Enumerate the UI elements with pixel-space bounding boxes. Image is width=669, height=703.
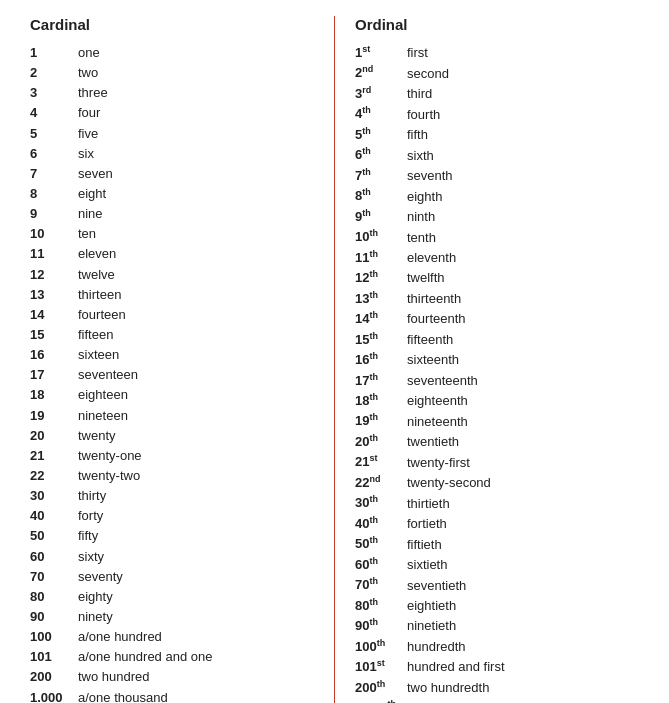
cardinal-number: 22 — [30, 466, 78, 486]
ordinal-suffix: th — [369, 617, 378, 627]
cardinal-word: twenty-two — [78, 466, 140, 486]
table-row: 16thsixteenth — [355, 350, 639, 370]
cardinal-number: 18 — [30, 385, 78, 405]
ordinal-number: 17th — [355, 371, 407, 391]
table-row: 21sttwenty-first — [355, 452, 639, 472]
cardinal-word: thirteen — [78, 285, 121, 305]
table-row: 1stfirst — [355, 43, 639, 63]
ordinal-number: 1.000th — [355, 698, 407, 703]
table-row: 15thfifteenth — [355, 330, 639, 350]
cardinal-number: 90 — [30, 607, 78, 627]
ordinal-word: eleventh — [407, 248, 456, 268]
ordinal-suffix: th — [369, 392, 378, 402]
table-row: 30ththirtieth — [355, 493, 639, 513]
ordinal-suffix: th — [362, 146, 371, 156]
ordinal-suffix: th — [362, 167, 371, 177]
ordinal-suffix: nd — [362, 64, 373, 74]
cardinal-word: two — [78, 63, 98, 83]
table-row: 8theighth — [355, 186, 639, 206]
ordinal-word: twelfth — [407, 268, 445, 288]
ordinal-number: 22nd — [355, 473, 407, 493]
cardinal-word: forty — [78, 506, 103, 526]
ordinal-number: 101st — [355, 657, 407, 677]
table-row: 12twelve — [30, 265, 314, 285]
cardinal-word: seventeen — [78, 365, 138, 385]
cardinal-word: nineteen — [78, 406, 128, 426]
ordinal-suffix: th — [362, 105, 371, 115]
table-row: 2ndsecond — [355, 63, 639, 83]
ordinal-suffix: th — [369, 351, 378, 361]
table-row: 9nine — [30, 204, 314, 224]
table-row: 13thirteen — [30, 285, 314, 305]
ordinal-list: 1stfirst2ndsecond3rdthird4thfourth5thfif… — [355, 43, 639, 703]
table-row: 15fifteen — [30, 325, 314, 345]
cardinal-word: three — [78, 83, 108, 103]
ordinal-number: 100th — [355, 637, 407, 657]
table-row: 40thfortieth — [355, 514, 639, 534]
table-row: 100thhundredth — [355, 637, 639, 657]
cardinal-word: fourteen — [78, 305, 126, 325]
cardinal-column: Cardinal 1one2two3three4four5five6six7se… — [20, 16, 335, 703]
ordinal-number: 90th — [355, 616, 407, 636]
ordinal-suffix: th — [369, 535, 378, 545]
cardinal-number: 8 — [30, 184, 78, 204]
ordinal-word: first — [407, 43, 428, 63]
table-row: 13ththirteenth — [355, 289, 639, 309]
table-row: 6six — [30, 144, 314, 164]
cardinal-word: sixteen — [78, 345, 119, 365]
table-row: 80theightieth — [355, 596, 639, 616]
cardinal-word: seventy — [78, 567, 123, 587]
cardinal-list: 1one2two3three4four5five6six7seven8eight… — [30, 43, 314, 703]
cardinal-word: a/one thousand — [78, 688, 168, 704]
ordinal-word: seventieth — [407, 576, 466, 596]
ordinal-number: 20th — [355, 432, 407, 452]
cardinal-number: 17 — [30, 365, 78, 385]
table-row: 9thninth — [355, 207, 639, 227]
cardinal-word: fifteen — [78, 325, 113, 345]
ordinal-word: ninetieth — [407, 616, 456, 636]
ordinal-number: 14th — [355, 309, 407, 329]
ordinal-number: 60th — [355, 555, 407, 575]
cardinal-number: 60 — [30, 547, 78, 567]
ordinal-word: sixth — [407, 146, 434, 166]
ordinal-number: 9th — [355, 207, 407, 227]
ordinal-number: 7th — [355, 166, 407, 186]
ordinal-number: 8th — [355, 186, 407, 206]
cardinal-number: 16 — [30, 345, 78, 365]
ordinal-suffix: th — [369, 290, 378, 300]
cardinal-number: 11 — [30, 244, 78, 264]
cardinal-number: 30 — [30, 486, 78, 506]
cardinal-word: thirty — [78, 486, 106, 506]
ordinal-word: thirteenth — [407, 289, 461, 309]
ordinal-suffix: th — [369, 310, 378, 320]
cardinal-word: four — [78, 103, 100, 123]
table-row: 7thseventh — [355, 166, 639, 186]
ordinal-suffix: th — [362, 126, 371, 136]
ordinal-word: thirtieth — [407, 494, 450, 514]
cardinal-number: 50 — [30, 526, 78, 546]
table-row: 90ninety — [30, 607, 314, 627]
table-row: 20thtwentieth — [355, 432, 639, 452]
table-row: 17thseventeenth — [355, 371, 639, 391]
cardinal-word: two hundred — [78, 667, 150, 687]
ordinal-number: 5th — [355, 125, 407, 145]
ordinal-number: 6th — [355, 145, 407, 165]
table-row: 16sixteen — [30, 345, 314, 365]
table-row: 18theighteenth — [355, 391, 639, 411]
cardinal-word: sixty — [78, 547, 104, 567]
table-row: 60thsixtieth — [355, 555, 639, 575]
ordinal-suffix: th — [369, 597, 378, 607]
ordinal-word: fortieth — [407, 514, 447, 534]
ordinal-number: 19th — [355, 411, 407, 431]
ordinal-word: fifteenth — [407, 330, 453, 350]
ordinal-suffix: th — [369, 576, 378, 586]
cardinal-word: ten — [78, 224, 96, 244]
cardinal-number: 101 — [30, 647, 78, 667]
cardinal-number: 4 — [30, 103, 78, 123]
table-row: 2two — [30, 63, 314, 83]
ordinal-number: 1st — [355, 43, 407, 63]
ordinal-number: 18th — [355, 391, 407, 411]
table-row: 14thfourteenth — [355, 309, 639, 329]
table-row: 1.000a/one thousand — [30, 688, 314, 704]
cardinal-word: twenty — [78, 426, 116, 446]
